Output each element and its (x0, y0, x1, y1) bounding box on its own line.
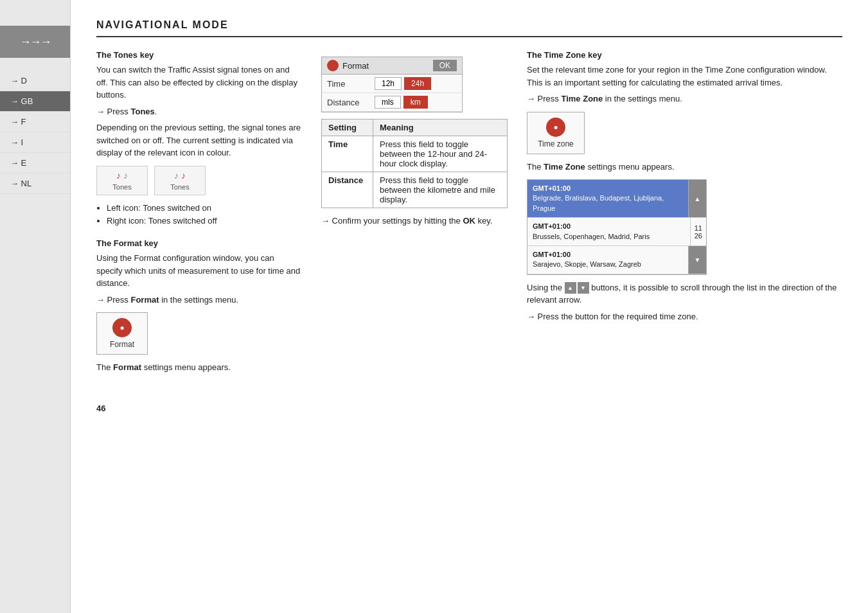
format-distance-row: Distance mls km (322, 93, 462, 112)
using-buttons-text: Using the ▲ ▼ buttons, it is possible to… (527, 281, 842, 306)
timezone-appears: The Time Zone settings menu appears. (527, 161, 842, 173)
sidebar-item-e[interactable]: → E (0, 153, 70, 173)
tz-text-1: GMT+01:00 Belgrade, Bratislava, Budapest… (527, 180, 688, 217)
timezone-icon-label: Time zone (538, 139, 574, 148)
tz-text-2: GMT+01:00 Brussels, Copenhagen, Madrid, … (527, 218, 690, 245)
using-text-before: Using the (527, 283, 562, 292)
distance-mls-button[interactable]: mls (375, 96, 401, 109)
timezone-para1: Set the relevant time zone for your regi… (527, 64, 842, 89)
tz-scroll-down-button[interactable]: ▼ (689, 246, 706, 274)
timezone-press: → Press Time Zone in the settings menu. (527, 93, 842, 105)
tones-bullet-list: Left icon: Tones switched on Right icon:… (107, 202, 302, 229)
distance-km-button[interactable]: km (403, 96, 428, 109)
arrows-icon: →→→ (20, 35, 51, 49)
tones-off-box: ♪ ♪ Tones (154, 166, 206, 195)
page-number: 46 (96, 404, 842, 413)
bullet-item-2: Right icon: Tones switched off (107, 215, 302, 228)
tones-on-label: Tones (112, 183, 131, 191)
page-header: NAVIGATIONAL MODE (96, 19, 842, 37)
format-icon-widget: ● Format (96, 312, 148, 355)
tz-scroll-up-button[interactable]: ▲ (689, 180, 706, 217)
format-widget: Format OK Time 12h 24h Distance mls km (321, 57, 463, 112)
format-press: → Press Format in the settings menu. (96, 294, 302, 306)
timezone-row-2: GMT+01:00 Brussels, Copenhagen, Madrid, … (527, 218, 706, 246)
timezone-circle-icon: ● (546, 118, 565, 137)
timezone-icon-area: ● Time zone (527, 112, 842, 154)
table-row-distance: Distance Press this field to toggle betw… (322, 172, 508, 208)
format-circle-icon: ● (112, 318, 132, 337)
meaning-distance: Press this field to toggle between the k… (373, 172, 508, 208)
timezone-list-widget: GMT+01:00 Belgrade, Bratislava, Budapest… (527, 179, 707, 275)
sidebar-item-f[interactable]: → F (0, 112, 70, 132)
time-12h-button[interactable]: 12h (375, 77, 402, 90)
tz-text-3: GMT+01:00 Sarajevo, Skopje, Warsaw, Zagr… (527, 246, 688, 274)
tones-off-label: Tones (170, 183, 189, 191)
sidebar: →→→ → D → GB → F → I → E → NL (0, 0, 71, 613)
tones-para1: You can switch the Traffic Assist signal… (96, 64, 302, 102)
timezone-row-3: GMT+01:00 Sarajevo, Skopje, Warsaw, Zagr… (527, 246, 706, 274)
nav-buttons-inline: ▲ ▼ (565, 282, 589, 294)
content-area: The Tones key You can switch the Traffic… (96, 50, 842, 378)
tones-key-title: The Tones key (96, 50, 302, 60)
right-column: The Time Zone key Set the relevant time … (527, 50, 842, 378)
sidebar-item-d[interactable]: → D (0, 71, 70, 91)
page-title: NAVIGATIONAL MODE (96, 19, 229, 31)
setting-distance: Distance (322, 172, 373, 208)
table-row-time: Time Press this field to toggle between … (322, 136, 508, 172)
sidebar-item-nl[interactable]: → NL (0, 173, 70, 194)
setting-time: Time (322, 136, 373, 172)
table-header-meaning: Meaning (373, 120, 508, 136)
up-arrow-button[interactable]: ▲ (565, 282, 576, 294)
tones-para2: Depending on the previous setting, the s… (96, 121, 302, 159)
format-icon-label: Format (110, 340, 134, 349)
format-key-title: The Format key (96, 238, 302, 248)
meaning-time: Press this field to toggle between the 1… (373, 136, 508, 172)
sidebar-header: →→→ (0, 26, 70, 58)
sidebar-item-i[interactable]: → I (0, 132, 70, 153)
tones-icons: ♪ ♪ Tones ♪ ♪ Tones (96, 166, 302, 195)
timezone-key-title: The Time Zone key (527, 50, 842, 60)
confirm-text: → Confirm your settings by hitting the O… (321, 215, 508, 227)
sidebar-item-gb[interactable]: → GB (0, 91, 70, 112)
format-header-title: Format (327, 60, 369, 71)
bullet-item-1: Left icon: Tones switched on (107, 202, 302, 215)
settings-table: Setting Meaning Time Press this field to… (321, 119, 508, 208)
middle-column: Format OK Time 12h 24h Distance mls km (321, 50, 508, 378)
main-content: NAVIGATIONAL MODE The Tones key You can … (71, 0, 868, 613)
press-button-text: → Press the button for the required time… (527, 310, 842, 323)
format-para1: Using the Format configuration window, y… (96, 252, 302, 290)
format-time-row: Time 12h 24h (322, 75, 462, 93)
time-24h-button[interactable]: 24h (404, 77, 431, 90)
format-ok-button[interactable]: OK (433, 60, 457, 71)
down-arrow-button[interactable]: ▼ (578, 282, 589, 294)
format-widget-header: Format OK (322, 57, 462, 75)
table-header-setting: Setting (322, 120, 373, 136)
format-appears: The Format settings menu appears. (96, 361, 302, 374)
tones-on-box: ♪ ♪ Tones (96, 166, 148, 195)
tones-press: → Press Tones. (96, 105, 302, 118)
left-column: The Tones key You can switch the Traffic… (96, 50, 302, 378)
timezone-row-1: GMT+01:00 Belgrade, Bratislava, Budapest… (527, 180, 706, 218)
